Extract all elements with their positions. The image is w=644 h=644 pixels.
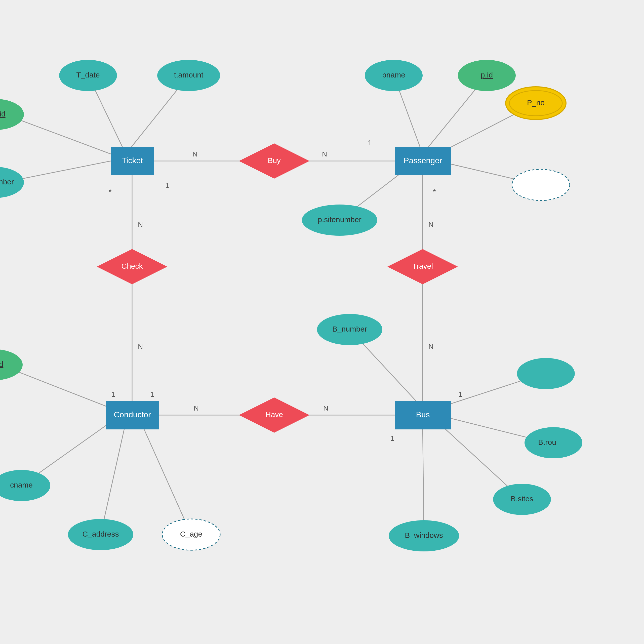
attr-b-route: B.rou xyxy=(525,427,582,458)
relationship-buy: Buy xyxy=(239,143,309,179)
rel-buy-label: Buy xyxy=(268,156,281,165)
svg-text:B.sites: B.sites xyxy=(511,495,533,503)
rel-check-label: Check xyxy=(121,262,143,270)
attr-c-name: cname xyxy=(0,470,50,501)
svg-text:d: d xyxy=(0,360,3,368)
entity-bus-label: Bus xyxy=(416,410,430,419)
svg-text:N: N xyxy=(428,343,433,350)
er-diagram: Buy Check Travel Have Ticket Passenger C… xyxy=(0,0,644,644)
svg-point-52 xyxy=(0,349,23,380)
attr-p-derived xyxy=(512,169,570,200)
svg-text:p.sitenumber: p.sitenumber xyxy=(318,215,361,224)
attr-c-id: d xyxy=(0,349,23,380)
svg-text:C_age: C_age xyxy=(180,530,202,538)
svg-text:id: id xyxy=(0,110,6,118)
attr-p-id: p.id xyxy=(458,60,516,91)
svg-text:*: * xyxy=(433,188,436,196)
svg-text:N: N xyxy=(192,150,197,158)
svg-text:N: N xyxy=(323,404,328,412)
svg-point-49 xyxy=(512,169,570,200)
entity-ticket: Ticket xyxy=(111,147,154,175)
entity-bus: Bus xyxy=(395,401,451,429)
svg-text:N: N xyxy=(322,150,327,158)
relationship-have: Have xyxy=(239,397,309,433)
svg-text:N: N xyxy=(194,404,199,412)
cardinalities: N N 1 1 * * N N N N 1 1 N N 1 1 xyxy=(109,139,462,442)
svg-text:1: 1 xyxy=(150,390,154,398)
svg-text:1: 1 xyxy=(458,390,462,398)
entity-passenger-label: Passenger xyxy=(404,156,442,165)
attr-b-number: B_number xyxy=(317,314,382,345)
attr-p-sitenumber: p.sitenumber xyxy=(302,205,377,236)
svg-text:N: N xyxy=(138,343,143,350)
svg-text:cname: cname xyxy=(10,481,33,489)
svg-line-12 xyxy=(141,422,191,535)
svg-text:1: 1 xyxy=(390,434,394,442)
relationship-check: Check xyxy=(97,249,167,284)
svg-text:*: * xyxy=(109,188,112,196)
svg-text:B.rou: B.rou xyxy=(538,438,556,446)
relationship-travel: Travel xyxy=(387,249,458,284)
entity-conductor: Conductor xyxy=(106,401,159,429)
attr-pname: pname xyxy=(365,60,423,91)
attr-p-no: P_no xyxy=(506,87,566,119)
attr-c-age: C_age xyxy=(162,519,220,550)
attr-t-id: id xyxy=(0,99,24,130)
attr-t-date: T_date xyxy=(59,60,117,91)
rel-travel-label: Travel xyxy=(412,262,433,270)
attr-t-nber: nber xyxy=(0,167,24,198)
attr-c-address: C_address xyxy=(68,519,133,550)
svg-text:pname: pname xyxy=(382,71,405,79)
svg-text:1: 1 xyxy=(368,139,372,147)
svg-text:B_windows: B_windows xyxy=(405,531,443,539)
entity-conductor-label: Conductor xyxy=(114,410,151,419)
attr-t-amount: t.amount xyxy=(157,60,220,91)
svg-text:N: N xyxy=(428,221,433,228)
svg-text:1: 1 xyxy=(111,390,115,398)
attr-b-attr1 xyxy=(517,358,575,389)
entity-passenger: Passenger xyxy=(395,147,451,175)
entity-ticket-label: Ticket xyxy=(122,156,143,165)
svg-text:N: N xyxy=(138,221,143,228)
svg-text:B_number: B_number xyxy=(332,325,367,333)
svg-text:C_address: C_address xyxy=(82,530,119,538)
svg-text:p.id: p.id xyxy=(481,71,493,79)
svg-text:nber: nber xyxy=(0,178,14,186)
svg-point-62 xyxy=(517,358,575,389)
svg-text:1: 1 xyxy=(165,182,169,189)
attr-b-sites: B.sites xyxy=(493,484,551,515)
svg-text:T_date: T_date xyxy=(76,71,100,79)
svg-line-11 xyxy=(101,422,126,535)
svg-text:P_no: P_no xyxy=(527,98,545,107)
svg-line-17 xyxy=(423,422,424,536)
attr-b-windows: B_windows xyxy=(389,520,459,551)
rel-have-label: Have xyxy=(265,410,283,419)
svg-text:t.amount: t.amount xyxy=(174,71,204,79)
